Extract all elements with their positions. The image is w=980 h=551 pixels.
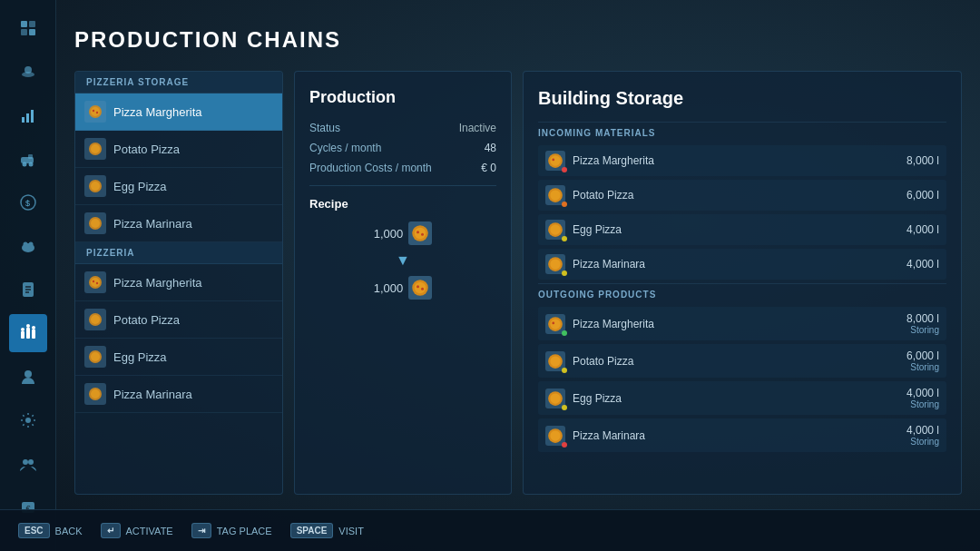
storage-icon-pm2 — [545, 314, 565, 334]
recipe-input: 1,000 — [374, 221, 433, 245]
sidebar: $ € — [0, 0, 56, 551]
list-item-label: Potato Pizza — [113, 313, 180, 327]
storage-amount-pm1: 8,000 l — [906, 154, 939, 167]
svg-point-77 — [550, 393, 560, 403]
outgoing-products-header: OUTGOING PRODUCTS — [538, 283, 946, 307]
list-item-pizzeria-egg-pizza[interactable]: Egg Pizza — [75, 339, 282, 376]
storage-icon-ep1 — [545, 220, 565, 240]
production-chains-list: PIZZERIA STORAGE Pizza Margherita Potato… — [74, 71, 283, 495]
svg-point-72 — [550, 319, 560, 329]
key-space[interactable]: SPACE — [290, 523, 334, 538]
storage-incoming-pizza-margherita: Pizza Margherita 8,000 l — [538, 145, 946, 176]
svg-point-16 — [23, 242, 27, 247]
svg-rect-1 — [29, 21, 35, 27]
storage-outgoing-potato-pizza: Potato Pizza 6,000 l Storing — [538, 344, 946, 378]
key-activate[interactable]: ↵ — [101, 523, 121, 538]
dot-yellow-2 — [562, 271, 567, 276]
key-tag-place[interactable]: ⇥ — [191, 523, 211, 538]
storage-name-pm2: Pizza Margherita — [573, 318, 654, 330]
dot-yellow-3 — [562, 368, 567, 373]
list-item-storage-pizza-margherita[interactable]: Pizza Margherita — [75, 93, 282, 131]
svg-rect-0 — [21, 21, 27, 27]
storage-amount-pp1: 6,000 l — [906, 189, 939, 202]
dot-orange-1 — [562, 202, 567, 207]
list-item-storage-egg-pizza[interactable]: Egg Pizza — [75, 168, 282, 205]
recipe-output-icon — [408, 276, 432, 300]
recipe-arrow: ▼ — [396, 252, 410, 269]
svg-point-11 — [28, 162, 33, 167]
storage-incoming-potato-pizza: Potato Pizza 6,000 l — [538, 180, 946, 211]
dot-green-1 — [562, 330, 567, 336]
svg-point-17 — [28, 242, 33, 247]
svg-rect-3 — [29, 29, 35, 35]
dot-yellow-4 — [562, 405, 567, 410]
sidebar-item-vehicles[interactable] — [9, 140, 47, 178]
list-item-pizzeria-pizza-marinara[interactable]: Pizza Marinara — [75, 376, 282, 413]
svg-point-28 — [24, 370, 32, 378]
list-item-label: Egg Pizza — [113, 180, 167, 193]
sidebar-item-animals[interactable] — [9, 227, 47, 265]
incoming-materials-header: INCOMING MATERIALS — [538, 122, 946, 145]
recipe-output: 1,000 — [374, 276, 433, 300]
sidebar-item-contracts[interactable] — [9, 271, 47, 309]
sidebar-item-finance[interactable]: $ — [9, 183, 47, 221]
storage-status-pmar2: Storing — [906, 437, 939, 447]
svg-point-47 — [96, 282, 98, 284]
svg-point-61 — [421, 288, 424, 290]
potato-pizza-icon — [84, 138, 106, 160]
sidebar-item-map[interactable] — [9, 9, 47, 47]
recipe-input-amount: 1,000 — [374, 227, 404, 241]
svg-rect-2 — [21, 29, 27, 35]
storage-amount-pmar1: 4,000 l — [906, 258, 939, 271]
key-esc[interactable]: ESC — [18, 523, 50, 538]
svg-point-41 — [91, 182, 100, 191]
action-activate-label: ACTIVATE — [126, 526, 173, 536]
recipe-output-amount: 1,000 — [374, 281, 404, 295]
dot-yellow-1 — [562, 236, 567, 241]
svg-point-10 — [22, 162, 26, 167]
storage-name-ep2: Egg Pizza — [573, 392, 622, 405]
list-item-pizzeria-pizza-margherita[interactable]: Pizza Margherita — [75, 264, 282, 301]
storage-amount-pp2: 6,000 l — [906, 349, 939, 362]
svg-point-25 — [21, 328, 24, 331]
svg-point-43 — [91, 219, 100, 228]
storage-amount-pmar2: 4,000 l — [906, 424, 939, 437]
sidebar-item-production[interactable] — [9, 314, 47, 352]
list-item-label: Pizza Marinara — [113, 217, 192, 231]
storage-status-ep2: Storing — [906, 399, 939, 409]
svg-rect-8 — [31, 110, 34, 123]
storage-outgoing-pizza-marinara: Pizza Marinara 4,000 l Storing — [538, 418, 946, 452]
production-status-label: Status — [309, 122, 340, 134]
svg-point-5 — [22, 72, 34, 77]
pizza-margherita-icon-2 — [84, 271, 106, 293]
sidebar-item-settings[interactable] — [9, 401, 47, 439]
production-cycles-value: 48 — [485, 142, 496, 154]
production-panel-title: Production — [309, 88, 496, 107]
sidebar-item-community[interactable] — [9, 445, 47, 483]
svg-text:$: $ — [25, 199, 30, 208]
potato-pizza-icon-2 — [84, 309, 106, 330]
production-status-row: Status Inactive — [309, 122, 496, 134]
svg-point-73 — [552, 321, 554, 324]
svg-point-57 — [421, 233, 424, 236]
action-visit-label: VISIT — [338, 526, 364, 536]
action-back-label: BACK — [55, 526, 83, 536]
svg-point-59 — [415, 282, 426, 294]
sidebar-item-weather[interactable] — [9, 53, 47, 91]
storage-incoming-pizza-marinara: Pizza Marinara 4,000 l — [538, 249, 946, 280]
dot-red-2 — [562, 442, 567, 448]
svg-rect-24 — [32, 330, 35, 339]
list-item-storage-pizza-marinara[interactable]: Pizza Marinara — [75, 205, 282, 242]
egg-pizza-icon — [84, 175, 106, 197]
dot-red-1 — [562, 167, 567, 172]
storage-outgoing-pizza-margherita: Pizza Margherita 8,000 l Storing — [538, 307, 946, 340]
storage-name-pmar1: Pizza Marinara — [573, 258, 645, 271]
sidebar-item-stats[interactable] — [9, 96, 47, 134]
storage-amount-ep2: 4,000 l — [906, 387, 939, 399]
storage-icon-pp2 — [545, 351, 565, 371]
storage-name-pp1: Potato Pizza — [573, 189, 633, 202]
list-item-pizzeria-potato-pizza[interactable]: Potato Pizza — [75, 301, 282, 339]
list-item-storage-potato-pizza[interactable]: Potato Pizza — [75, 131, 282, 168]
svg-point-66 — [550, 190, 560, 200]
sidebar-item-workers[interactable] — [9, 358, 47, 396]
